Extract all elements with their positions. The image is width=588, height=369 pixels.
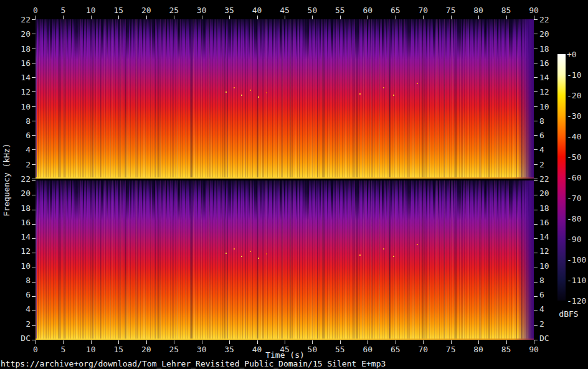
tick-label: -60 xyxy=(567,173,581,182)
tick-label: 20 xyxy=(539,29,549,39)
tick-label: 20 xyxy=(539,189,549,198)
time-tick-marks-bottom xyxy=(36,340,534,344)
tick-label: 85 xyxy=(501,6,511,15)
tick-label: 8 xyxy=(26,275,31,284)
tick-label: 65 xyxy=(391,6,401,15)
tick-label: -100 xyxy=(567,255,586,264)
tick-label: 18 xyxy=(21,203,31,212)
tick-label: -10 xyxy=(567,70,581,80)
spectrogram-texture xyxy=(36,180,534,220)
tick-label: 4 xyxy=(539,145,544,154)
tick-label: 6 xyxy=(26,290,31,299)
tick-label: 10 xyxy=(21,261,31,270)
colorbar-title: dBFS xyxy=(556,309,581,319)
tick-label: 22 xyxy=(539,174,549,184)
tick-label: 16 xyxy=(539,58,549,67)
spectrogram-fadeout xyxy=(518,19,534,179)
spectrogram-texture xyxy=(36,19,534,59)
tick-label: 35 xyxy=(224,6,234,15)
tick-label: 25 xyxy=(169,6,179,15)
tick-label: 18 xyxy=(21,44,31,53)
freq-tick-marks-right-ch1 xyxy=(534,19,538,179)
time-axis-title: Time (s) xyxy=(36,350,534,360)
tick-label: 14 xyxy=(21,232,31,241)
tick-label: 14 xyxy=(539,232,549,241)
spectrogram-channel-left xyxy=(36,19,534,179)
tick-label: 10 xyxy=(539,261,549,270)
spectrogram-fadeout xyxy=(518,180,534,340)
tick-label: 8 xyxy=(26,116,31,125)
tick-label: 60 xyxy=(363,6,373,15)
tick-label: 8 xyxy=(539,275,544,284)
frequency-axis-title: Frequency (kHz) xyxy=(2,143,11,216)
tick-label: -20 xyxy=(567,91,581,100)
tick-label: 20 xyxy=(21,189,31,198)
tick-label: -110 xyxy=(567,276,586,285)
tick-label: 6 xyxy=(26,131,31,140)
tick-label: 2 xyxy=(26,159,31,169)
tick-label: 6 xyxy=(539,290,544,299)
spectrogram-speckles xyxy=(36,180,37,182)
tick-label: 18 xyxy=(539,203,549,212)
tick-label: 4 xyxy=(539,304,544,314)
tick-label: 5 xyxy=(61,6,66,15)
tick-label: 80 xyxy=(473,6,483,15)
tick-label: 12 xyxy=(539,246,549,256)
tick-label: 20 xyxy=(141,6,151,15)
tick-label: 4 xyxy=(26,145,31,154)
tick-label: +0 xyxy=(567,50,577,59)
tick-label: -70 xyxy=(567,194,581,203)
tick-label: 16 xyxy=(21,58,31,67)
tick-label: -80 xyxy=(567,214,581,223)
tick-label: 2 xyxy=(539,319,544,328)
tick-label: 4 xyxy=(26,304,31,314)
tick-label: 10 xyxy=(21,101,31,111)
tick-label: 2 xyxy=(26,319,31,328)
tick-label: 75 xyxy=(446,6,456,15)
tick-label: DC xyxy=(21,333,31,342)
tick-label: 40 xyxy=(252,6,262,15)
tick-label: 70 xyxy=(418,6,428,15)
spectrogram-page: Frequency (kHz) 051015202530354045505560… xyxy=(0,0,588,369)
tick-label: 20 xyxy=(21,29,31,39)
tick-label: 16 xyxy=(539,217,549,227)
colorbar xyxy=(557,54,566,301)
tick-label: -120 xyxy=(567,296,586,306)
tick-label: 12 xyxy=(539,87,549,96)
tick-label: 0 xyxy=(33,6,38,15)
tick-label: 12 xyxy=(21,246,31,256)
tick-label: 8 xyxy=(539,116,544,125)
freq-tick-marks-right-ch2 xyxy=(534,180,538,340)
time-axis-labels-top: 051015202530354045505560657075808590 xyxy=(36,6,534,15)
tick-label: 45 xyxy=(280,6,290,15)
tick-label: 18 xyxy=(539,44,549,53)
source-url-text: https://archive+org/download/Tom_Lehrer_… xyxy=(1,359,386,368)
tick-label: 14 xyxy=(21,73,31,82)
tick-label: 16 xyxy=(21,217,31,227)
tick-label: 10 xyxy=(86,6,96,15)
spectrogram-channel-right xyxy=(36,180,534,340)
tick-label: -30 xyxy=(567,111,581,121)
tick-label: DC xyxy=(539,333,549,342)
tick-label: 14 xyxy=(539,73,549,82)
tick-label: -90 xyxy=(567,235,581,244)
tick-label: 10 xyxy=(539,101,549,111)
tick-label: 90 xyxy=(529,6,539,15)
tick-label: 15 xyxy=(114,6,124,15)
freq-tick-marks-left-ch2 xyxy=(32,180,36,340)
tick-label: 22 xyxy=(539,15,549,24)
tick-label: 6 xyxy=(539,131,544,140)
spectrogram-texture xyxy=(36,268,534,340)
tick-label: -50 xyxy=(567,152,581,162)
tick-label: 12 xyxy=(21,87,31,96)
tick-label: 2 xyxy=(539,159,544,169)
tick-label: 22 xyxy=(21,15,31,24)
tick-label: -40 xyxy=(567,132,581,141)
freq-tick-marks-left-ch1 xyxy=(32,19,36,179)
tick-label: 50 xyxy=(308,6,318,15)
spectrogram-texture xyxy=(36,107,534,179)
spectrogram-speckles xyxy=(36,19,37,21)
tick-label: 55 xyxy=(335,6,345,15)
tick-label: 22 xyxy=(21,174,31,184)
tick-label: 30 xyxy=(197,6,207,15)
